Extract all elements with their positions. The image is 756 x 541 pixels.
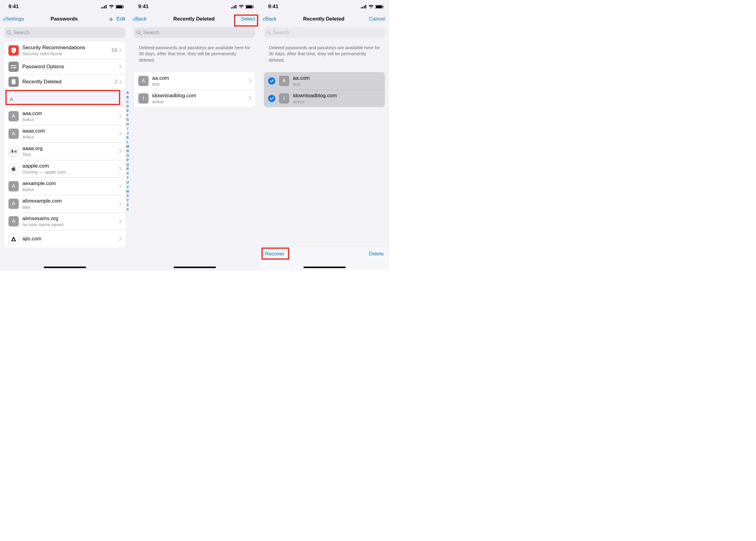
search-input[interactable] — [13, 30, 123, 36]
index-letter[interactable]: Z — [126, 203, 129, 207]
chevron-right-icon — [119, 219, 122, 224]
password-row[interactable]: Aaforexample.comaaa — [4, 195, 125, 213]
password-row[interactable]: Aaexample.comAnkur — [4, 178, 125, 195]
index-letter[interactable]: Q — [126, 163, 129, 167]
svg-line-8 — [10, 34, 11, 35]
index-letter[interactable]: T — [126, 176, 129, 180]
home-indicator[interactable] — [44, 267, 86, 268]
index-letter[interactable]: U — [126, 180, 129, 185]
svg-rect-0 — [101, 7, 102, 8]
index-letter[interactable]: L — [126, 140, 129, 144]
row-sub: Test — [22, 152, 119, 157]
index-letter[interactable]: V — [126, 185, 129, 189]
row-sub: test — [293, 82, 381, 87]
site-letter-icon: A — [8, 216, 19, 227]
home-indicator[interactable] — [174, 267, 216, 268]
back-label: Back — [135, 16, 147, 22]
site-letter-icon: I — [138, 93, 149, 104]
chevron-right-icon — [249, 96, 252, 101]
index-strip[interactable]: ABCDEFGHIJKLMNOPQRSTUVWXYZ# — [126, 91, 129, 212]
row-title: aa.com — [293, 75, 381, 81]
index-letter[interactable]: G — [126, 118, 129, 122]
row-title: aa.com — [152, 75, 249, 81]
wifi-icon — [239, 5, 244, 8]
checkmark-icon[interactable] — [268, 95, 275, 102]
row-title: idownloadblog.com — [152, 93, 249, 99]
svg-point-9 — [13, 51, 14, 52]
index-letter[interactable]: O — [126, 153, 129, 158]
wifi-icon — [369, 5, 374, 8]
index-letter[interactable]: # — [126, 207, 129, 212]
chevron-left-icon: ‹ — [133, 15, 135, 23]
index-letter[interactable]: D — [126, 104, 129, 109]
index-letter[interactable]: R — [126, 167, 129, 171]
security-recommendations-row[interactable]: Security Recommendations Security risks … — [4, 42, 125, 59]
svg-line-27 — [140, 34, 141, 35]
deleted-row-selected[interactable]: Iidownloadblog.comAnkur — [264, 90, 385, 107]
row-sub: Ankur — [22, 134, 119, 140]
password-row[interactable]: Aaaa.comAnkur — [4, 108, 125, 125]
index-letter[interactable]: K — [126, 135, 129, 140]
nav-bar: ‹ Back Recently Deleted Cancel — [260, 13, 389, 27]
index-letter[interactable]: C — [126, 100, 129, 104]
recently-deleted-row[interactable]: Recently Deleted 2 — [4, 74, 125, 89]
deleted-row[interactable]: Iidownloadblog.comAnkur — [134, 90, 255, 107]
search-input[interactable] — [273, 30, 382, 36]
password-row[interactable]: aapple.comDummy — apple.com — [4, 160, 125, 178]
cancel-button[interactable]: Cancel — [369, 16, 385, 22]
index-letter[interactable]: W — [126, 189, 129, 194]
signal-icon — [231, 5, 237, 8]
back-button[interactable]: ‹ Settings — [3, 15, 24, 23]
search-bar[interactable] — [4, 27, 125, 38]
svg-rect-12 — [12, 67, 17, 68]
index-letter[interactable]: X — [126, 194, 129, 198]
chevron-right-icon — [119, 184, 122, 189]
index-letter[interactable]: H — [126, 122, 129, 127]
index-letter[interactable]: P — [126, 158, 129, 163]
chevron-right-icon — [119, 149, 122, 153]
checkmark-icon[interactable] — [268, 77, 275, 85]
status-icons — [231, 5, 254, 9]
index-letter[interactable]: M — [126, 144, 129, 149]
search-bar[interactable] — [134, 27, 255, 38]
deleted-row-selected[interactable]: Aaa.comtest — [264, 72, 385, 90]
row-title: aaaa.org — [22, 146, 119, 152]
status-time: 9:41 — [268, 4, 278, 10]
svg-line-36 — [270, 34, 271, 35]
svg-rect-2 — [104, 6, 105, 8]
password-row[interactable]: ajio.com — [4, 230, 125, 248]
index-letter[interactable]: J — [126, 131, 129, 136]
status-icons — [361, 5, 384, 9]
back-button[interactable]: ‹ Back — [263, 15, 277, 23]
battery-icon — [246, 5, 254, 9]
home-indicator[interactable] — [304, 267, 346, 268]
chevron-left-icon: ‹ — [263, 15, 265, 23]
screen-passwords: 9:41 ‹ Settings Passwords + Edit — [0, 0, 130, 270]
select-button[interactable]: Select — [241, 16, 255, 22]
search-bar[interactable] — [264, 27, 385, 38]
index-letter[interactable]: S — [126, 171, 129, 176]
index-letter[interactable]: A — [126, 91, 129, 95]
delete-button[interactable]: Delete — [369, 251, 384, 257]
chevron-right-icon — [249, 79, 252, 83]
deleted-row[interactable]: Aaa.comtest — [134, 72, 255, 90]
recover-button[interactable]: Recover — [265, 251, 284, 257]
index-letter[interactable]: B — [126, 95, 129, 100]
index-letter[interactable]: E — [126, 108, 129, 113]
password-row[interactable]: A·saaaa.orgTest — [4, 143, 125, 160]
password-options-row[interactable]: Password Options — [4, 59, 125, 74]
password-row[interactable]: Aaaaa.comAnkur — [4, 125, 125, 143]
search-input[interactable] — [143, 30, 253, 36]
password-row[interactable]: Aaiimsexams.orgno user name saved — [4, 213, 125, 230]
index-letter[interactable]: N — [126, 149, 129, 153]
site-letter-icon: I — [279, 93, 289, 104]
index-letter[interactable]: Y — [126, 198, 129, 203]
index-letter[interactable]: F — [126, 113, 129, 118]
chevron-left-icon: ‹ — [3, 15, 5, 23]
chevron-right-icon — [119, 202, 122, 206]
edit-button[interactable]: Edit — [117, 16, 125, 22]
add-button[interactable]: + — [109, 15, 114, 23]
back-button[interactable]: ‹ Back — [133, 15, 147, 23]
row-title: aexample.com — [22, 181, 119, 187]
index-letter[interactable]: I — [126, 127, 129, 131]
